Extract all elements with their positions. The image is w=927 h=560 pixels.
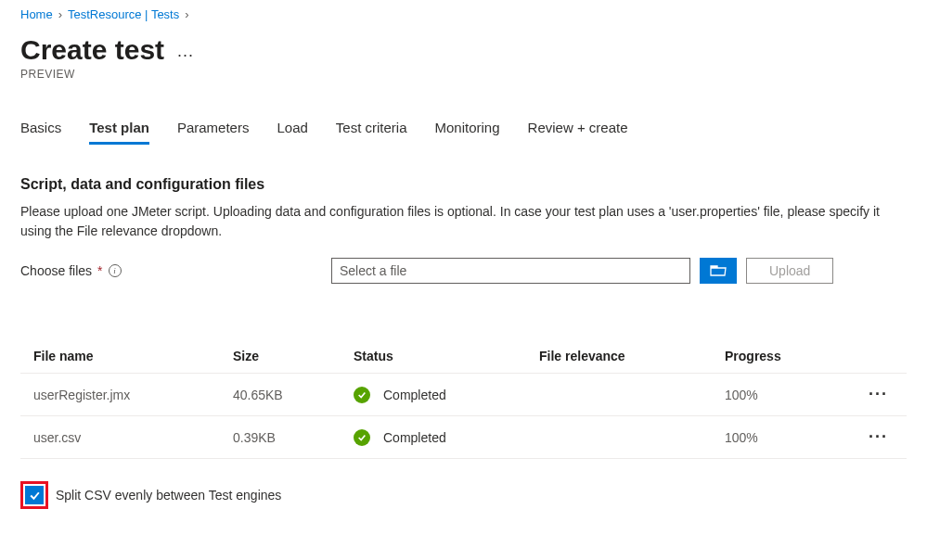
preview-tag: PREVIEW bbox=[20, 68, 907, 81]
choose-files-label: Choose files * i bbox=[20, 263, 331, 278]
file-chooser-row: Choose files * i Select a file Upload bbox=[20, 258, 907, 284]
header-relevance[interactable]: File relevance bbox=[539, 349, 725, 363]
cell-progress: 100% bbox=[725, 430, 818, 445]
tab-load[interactable]: Load bbox=[277, 114, 307, 145]
tab-parameters[interactable]: Parameters bbox=[177, 114, 250, 145]
files-table: File name Size Status File relevance Pro… bbox=[20, 339, 907, 459]
choose-files-text: Choose files bbox=[20, 263, 92, 278]
split-csv-checkbox[interactable] bbox=[25, 486, 44, 504]
success-icon bbox=[354, 429, 370, 446]
header-status[interactable]: Status bbox=[354, 349, 539, 363]
tab-test-criteria[interactable]: Test criteria bbox=[336, 114, 407, 145]
split-csv-row: Split CSV evenly between Test engines bbox=[20, 481, 907, 509]
status-text: Completed bbox=[383, 430, 446, 445]
row-more-button[interactable]: ··· bbox=[869, 385, 888, 404]
success-icon bbox=[354, 387, 370, 403]
page-title: Create test bbox=[20, 34, 164, 66]
file-input[interactable]: Select a file bbox=[331, 258, 690, 284]
tab-test-plan[interactable]: Test plan bbox=[89, 114, 149, 145]
tab-basics[interactable]: Basics bbox=[20, 114, 61, 145]
check-icon bbox=[29, 490, 41, 502]
section-title: Script, data and configuration files bbox=[20, 176, 907, 193]
table-row: userRegister.jmx 40.65KB Completed 100% … bbox=[20, 374, 907, 416]
tab-review-create[interactable]: Review + create bbox=[528, 114, 628, 145]
tab-monitoring[interactable]: Monitoring bbox=[435, 114, 500, 145]
section-description: Please upload one JMeter script. Uploadi… bbox=[20, 202, 893, 241]
table-row: user.csv 0.39KB Completed 100% ··· bbox=[20, 416, 907, 459]
more-actions-button[interactable]: ··· bbox=[177, 36, 194, 65]
breadcrumb-home[interactable]: Home bbox=[20, 7, 53, 21]
browse-button[interactable] bbox=[700, 258, 737, 284]
required-indicator: * bbox=[97, 263, 102, 278]
breadcrumb: Home › TestResource | Tests › bbox=[20, 7, 907, 21]
cell-file-name: user.csv bbox=[33, 430, 233, 445]
cell-size: 0.39KB bbox=[233, 430, 354, 445]
header-file-name[interactable]: File name bbox=[33, 349, 233, 363]
breadcrumb-resource[interactable]: TestResource | Tests bbox=[68, 7, 179, 21]
cell-file-name: userRegister.jmx bbox=[33, 388, 233, 402]
split-csv-label: Split CSV evenly between Test engines bbox=[56, 488, 281, 503]
header-progress[interactable]: Progress bbox=[725, 349, 818, 363]
folder-icon bbox=[710, 264, 727, 277]
cell-size: 40.65KB bbox=[233, 388, 354, 402]
highlight-box bbox=[20, 481, 48, 509]
info-icon[interactable]: i bbox=[109, 264, 122, 277]
chevron-right-icon: › bbox=[58, 7, 62, 21]
cell-progress: 100% bbox=[725, 388, 818, 402]
page-header: Create test ··· bbox=[20, 34, 907, 66]
chevron-right-icon: › bbox=[185, 7, 188, 21]
status-text: Completed bbox=[383, 388, 446, 402]
upload-button[interactable]: Upload bbox=[746, 258, 833, 284]
header-size[interactable]: Size bbox=[233, 349, 354, 363]
cell-status: Completed bbox=[354, 429, 539, 446]
table-header: File name Size Status File relevance Pro… bbox=[20, 339, 907, 374]
cell-status: Completed bbox=[354, 387, 539, 403]
row-more-button[interactable]: ··· bbox=[869, 427, 888, 447]
tab-bar: Basics Test plan Parameters Load Test cr… bbox=[20, 114, 907, 145]
